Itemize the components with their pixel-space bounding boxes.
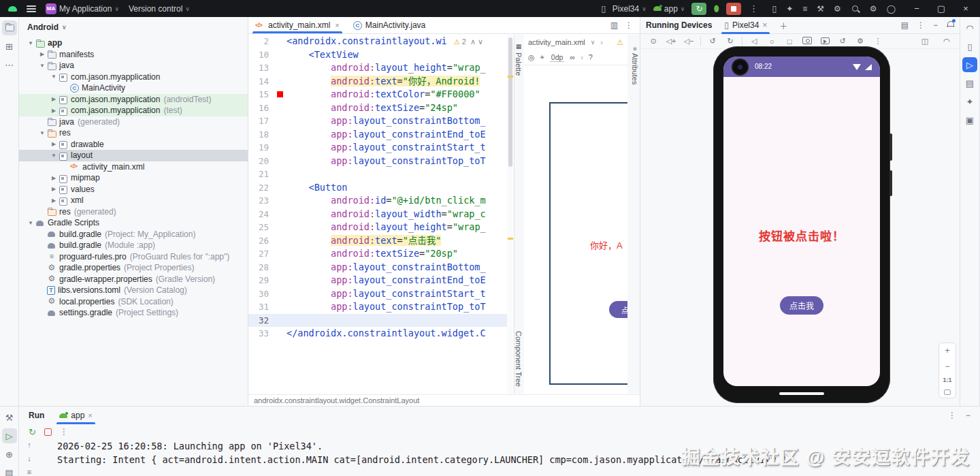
code-line-20[interactable]: 20 app:layout_constraintTop_toT xyxy=(248,155,514,168)
more-icon[interactable]: ⋮ xyxy=(948,411,956,420)
home-button[interactable]: ○ xyxy=(764,37,779,46)
code-line-2[interactable]: 2<androidx.constraintlayout.wi⚠ 2 ∧ ∨ xyxy=(248,35,514,48)
breadcrumb[interactable]: androidx.constraintlayout.widget.Constra… xyxy=(248,394,640,406)
chevron-right-icon[interactable]: › xyxy=(600,38,603,46)
device-tab-pixel34[interactable]: ▯ Pixel34 × xyxy=(721,17,770,34)
tree-item-libs-versions-toml[interactable]: Tlibs.versions.toml(Version Catalog) xyxy=(19,285,248,296)
tool-strip-run[interactable]: ▷ xyxy=(2,428,17,443)
tree-item-manifests[interactable]: ▶manifests xyxy=(19,49,248,61)
soft-wrap-icon[interactable]: ≡ xyxy=(27,468,31,476)
rotate-left-icon[interactable]: ↺ xyxy=(709,37,715,45)
expand-arrow-icon[interactable]: ▼ xyxy=(49,74,59,80)
tool-strip-profiler[interactable]: ⊕ xyxy=(2,447,17,462)
back-button[interactable]: ◁ xyxy=(747,37,762,46)
tool-strip-logcat[interactable]: ▤ xyxy=(962,76,977,91)
build-icon[interactable]: ⚒ xyxy=(817,4,824,14)
attributes-tab[interactable]: ≡ Attributes xyxy=(631,47,639,85)
warning-icon[interactable]: ⚠ xyxy=(617,38,623,47)
expand-arrow-icon[interactable]: ▶ xyxy=(49,96,59,102)
design-canvas[interactable]: 你好，A 点击 xyxy=(524,65,627,394)
rerun-app-icon[interactable]: ↻ xyxy=(29,427,36,437)
volume-down-icon[interactable]: ◁− xyxy=(684,37,694,45)
overview-button[interactable]: □ xyxy=(782,37,797,46)
maximize-button[interactable]: ▢ xyxy=(932,3,950,14)
back-icon[interactable]: ◁ xyxy=(751,37,757,45)
code-line-18[interactable]: 18 app:layout_constraintEnd_toE xyxy=(248,128,514,142)
rotate-right-button[interactable]: ↻ xyxy=(723,37,738,46)
run-tab-app[interactable]: app × xyxy=(56,407,95,424)
actual-size-button[interactable]: 1:1 xyxy=(943,377,951,383)
tree-item-com-jason-myapplication[interactable]: ▼com.jason.myapplication xyxy=(19,72,248,83)
tool-strip-gemini[interactable]: ✦ xyxy=(962,94,977,109)
code-line-16[interactable]: 16 android:textSize="24sp" xyxy=(248,101,514,115)
scroll-up-icon[interactable]: ↑ xyxy=(27,441,31,449)
color-preview-red[interactable] xyxy=(277,91,283,97)
code-line-21[interactable]: 21 xyxy=(248,168,514,181)
display-mode-icon[interactable]: ◫ xyxy=(921,37,928,45)
tree-item-java[interactable]: ▼java xyxy=(19,60,248,72)
device-settings-button[interactable]: ⚙ xyxy=(853,37,868,46)
code-line-32[interactable]: 32 xyxy=(248,314,514,328)
code-line-23[interactable]: 23 android:id="@+id/btn_click_m xyxy=(248,194,514,208)
code-line-13[interactable]: 13 android:layout_height="wrap_ xyxy=(248,61,514,75)
device-manager-icon[interactable]: ▯ xyxy=(772,4,777,14)
code-line-17[interactable]: 17 app:layout_constraintBottom_ xyxy=(248,114,514,128)
logcat-icon[interactable]: ▤ xyxy=(966,78,974,89)
pointer-icon[interactable]: ⌖ xyxy=(540,53,544,62)
tree-item-app[interactable]: ▼app xyxy=(19,37,248,49)
gemini-icon[interactable]: ✦ xyxy=(966,97,974,107)
tool-strip-running-devices[interactable]: ▷ xyxy=(962,57,977,72)
project-view-selector[interactable]: Android xyxy=(27,22,59,32)
structure-icon[interactable]: ⊞ xyxy=(5,42,13,52)
code-line-22[interactable]: 22 <Button xyxy=(248,181,514,195)
view-options-icon[interactable]: ◎ xyxy=(528,53,535,62)
expand-arrow-icon[interactable]: ▶ xyxy=(49,108,59,114)
overview-icon[interactable]: □ xyxy=(787,37,792,46)
expand-arrow-icon[interactable]: ▼ xyxy=(37,130,47,136)
more-icon[interactable]: ⋮ xyxy=(60,427,68,437)
zoom-in-button[interactable]: + xyxy=(945,346,949,355)
expand-arrow-icon[interactable]: ▶ xyxy=(49,141,59,147)
expand-arrow-icon[interactable]: ▼ xyxy=(26,40,35,46)
code-line-29[interactable]: 29 app:layout_constraintEnd_toE xyxy=(248,274,514,287)
code-line-33[interactable]: 33</androidx.constraintlayout.widget.C xyxy=(248,327,514,340)
close-button[interactable]: × xyxy=(957,3,975,14)
tree-item-gradle-properties[interactable]: ⚙gradle.properties(Project Properties) xyxy=(19,262,248,274)
new-device-tab-button[interactable]: ＋ xyxy=(779,20,787,31)
tree-item-com-jason-myapplication[interactable]: ▶com.jason.myapplication(androidTest) xyxy=(19,94,248,106)
version-control-widget[interactable]: Version control ∨ xyxy=(129,4,190,14)
code-line-28[interactable]: 28 app:layout_constraintBottom_ xyxy=(248,261,514,274)
tree-item-drawable[interactable]: ▶drawable xyxy=(19,139,248,150)
device-manager-icon[interactable]: ▯ xyxy=(967,42,972,52)
run-configuration-selector[interactable]: app ∨ xyxy=(653,4,685,14)
tool-strip-structure[interactable]: ⊞ xyxy=(2,39,17,54)
build-icon[interactable]: ⚒ xyxy=(5,413,14,423)
tree-item-mainactivity[interactable]: CMainActivity xyxy=(19,82,248,94)
device-settings-icon[interactable]: ⚙ xyxy=(857,37,864,45)
tool-strip-build[interactable]: ⚒ xyxy=(2,410,17,425)
stop-button[interactable] xyxy=(726,3,741,15)
debug-button[interactable]: ⬮ xyxy=(713,3,719,14)
profiler-icon[interactable]: ⊕ xyxy=(5,449,13,460)
inspection-widget[interactable]: ⚠ 2 ∧ ∨ xyxy=(454,37,483,46)
constraint-chain-icon[interactable]: ∞ xyxy=(570,53,575,61)
screenshot-icon[interactable] xyxy=(802,37,812,44)
search-icon[interactable] xyxy=(851,4,860,14)
tool-strip-more[interactable]: ⋯ xyxy=(2,57,17,72)
restart-button[interactable]: ↺ xyxy=(835,37,850,46)
notifications-icon[interactable] xyxy=(946,20,954,29)
settings-icon[interactable]: ⚙ xyxy=(870,4,877,14)
hide-panel-icon[interactable]: − xyxy=(933,20,938,30)
phone-screen[interactable]: 08:22 按钮被点击啦！ 点击我 xyxy=(723,57,880,386)
code-line-15[interactable]: 15 android:textColor="#FF0000" xyxy=(248,88,514,101)
code-line-26[interactable]: 26 android:text="点击我" xyxy=(248,234,514,248)
display-mode-button[interactable]: ◫ xyxy=(917,37,932,46)
record-button[interactable] xyxy=(817,37,832,46)
more-icon[interactable]: ⋮ xyxy=(870,37,885,46)
logcat-icon[interactable]: ▤ xyxy=(5,468,13,476)
app-click-button[interactable]: 点击我 xyxy=(780,296,823,315)
fit-to-screen-button[interactable] xyxy=(944,390,951,395)
more-icon[interactable]: ⋮ xyxy=(917,20,925,30)
close-tab-icon[interactable]: × xyxy=(335,21,339,29)
code-line-31[interactable]: 31 app:layout_constraintTop_toT xyxy=(248,300,514,314)
